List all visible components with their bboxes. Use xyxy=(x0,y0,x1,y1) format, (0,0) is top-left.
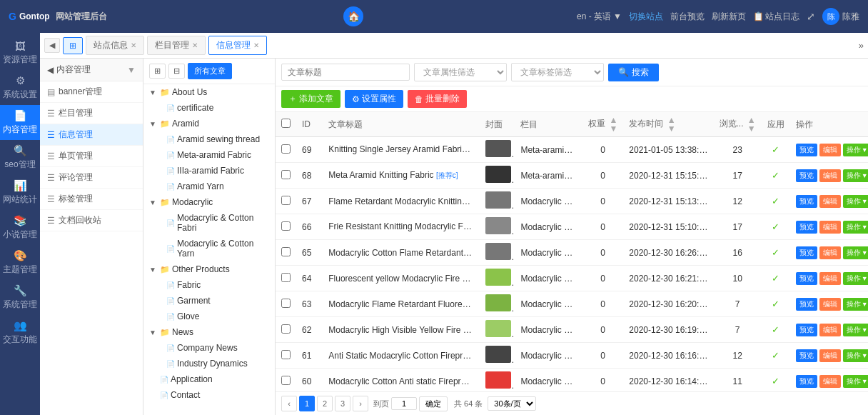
tab-site-info-close[interactable]: ✕ xyxy=(131,41,136,49)
tab-site-info[interactable]: 站点信息 ✕ xyxy=(86,36,144,55)
set-attr-btn[interactable]: ⚙ 设置属性 xyxy=(345,90,403,108)
nav-item-tags[interactable]: ☰ 标签管理 xyxy=(40,189,143,210)
nav-item-column[interactable]: ☰ 栏目管理 xyxy=(40,103,143,124)
article-title-search[interactable] xyxy=(281,64,410,81)
edit-btn[interactable]: 编辑 xyxy=(819,349,841,362)
preview-btn[interactable]: 前台预览 xyxy=(670,11,705,23)
prev-page-btn[interactable]: ‹ xyxy=(281,396,297,411)
preview-btn[interactable]: 预览 xyxy=(796,221,817,234)
preview-btn[interactable]: 预览 xyxy=(796,349,817,362)
row-checkbox[interactable] xyxy=(281,350,291,359)
tab-column-mgmt-close[interactable]: ✕ xyxy=(192,41,198,49)
row-checkbox[interactable] xyxy=(281,144,291,154)
edit-btn[interactable]: 编辑 xyxy=(819,375,841,388)
tree-item-modacrylic-cotton-yarn[interactable]: 📄 Modacrylic & Cotton Yarn xyxy=(143,236,275,261)
switch-site-btn[interactable]: 切换站点 xyxy=(629,11,663,23)
tree-item-news[interactable]: ▼ 📁 News xyxy=(143,324,275,340)
nav-home-btn[interactable]: ⊞ xyxy=(63,37,83,54)
edit-btn[interactable]: 编辑 xyxy=(819,195,841,208)
add-article-btn[interactable]: ＋ 添加文章 xyxy=(281,90,340,108)
goto-page-input[interactable] xyxy=(391,397,417,410)
edit-btn[interactable]: 编辑 xyxy=(819,272,841,285)
more-btn[interactable]: 操作▼ xyxy=(843,272,868,285)
home-icon[interactable]: 🏠 xyxy=(343,6,363,26)
more-btn[interactable]: 操作▼ xyxy=(843,246,868,259)
row-checkbox[interactable] xyxy=(281,196,291,205)
more-btn[interactable]: 操作▼ xyxy=(843,324,868,336)
more-btn[interactable]: 操作▼ xyxy=(843,169,868,182)
tree-item-industry-dynamics[interactable]: 📄 Industry Dynamics xyxy=(143,356,275,371)
refresh-btn[interactable]: 刷新新页 xyxy=(712,11,746,23)
tree-item-about-us[interactable]: ▼ 📁 About Us xyxy=(143,84,275,100)
tree-item-glove[interactable]: 📄 Glove xyxy=(143,309,275,324)
row-checkbox[interactable] xyxy=(281,221,291,231)
avatar[interactable]: 陈 陈雅 xyxy=(822,8,859,25)
page-3-btn[interactable]: 3 xyxy=(335,396,350,411)
tree-item-modacrylic-cotton-fabri[interactable]: 📄 Modacrylic & Cotton Fabri xyxy=(143,210,275,236)
tab-column-mgmt[interactable]: 栏目管理 ✕ xyxy=(147,36,206,55)
edit-btn[interactable]: 编辑 xyxy=(819,221,841,234)
edit-btn[interactable]: 编辑 xyxy=(819,298,841,311)
row-checkbox[interactable] xyxy=(281,170,291,179)
preview-btn[interactable]: 预览 xyxy=(796,324,817,336)
tree-item-modacrylic[interactable]: ▼ 📁 Modacrylic xyxy=(143,194,275,210)
left-nav-toggle[interactable]: ▼ xyxy=(127,65,136,75)
batch-delete-btn[interactable]: 🗑 批量删除 xyxy=(408,90,467,108)
row-checkbox[interactable] xyxy=(281,273,291,282)
tree-item-garment[interactable]: 📄 Garment xyxy=(143,293,275,309)
expand-all-btn[interactable]: ⊞ xyxy=(149,64,166,79)
tree-item-aramid-sewing[interactable]: 📄 Aramid sewing thread xyxy=(143,131,275,147)
tabs-more-btn[interactable]: » xyxy=(859,40,864,51)
sidebar-item-content[interactable]: 📄 内容管理 xyxy=(0,105,40,140)
preview-btn[interactable]: 预览 xyxy=(796,169,817,182)
tree-item-application[interactable]: 📄 Application xyxy=(143,371,275,387)
edit-btn[interactable]: 编辑 xyxy=(819,169,841,182)
sidebar-item-stats[interactable]: 📊 网站统计 xyxy=(0,175,40,210)
sidebar-item-novel[interactable]: 📚 小说管理 xyxy=(0,210,40,245)
preview-btn[interactable]: 预览 xyxy=(796,272,817,285)
goto-page-confirm[interactable]: 确定 xyxy=(419,396,448,411)
more-btn[interactable]: 操作▼ xyxy=(843,375,868,388)
lang-selector[interactable]: en - 英语 ▼ xyxy=(577,11,622,23)
log-btn[interactable]: 📋 站点日志 xyxy=(753,11,799,23)
tree-item-aramid[interactable]: ▼ 📁 Aramid xyxy=(143,116,275,131)
preview-btn[interactable]: 预览 xyxy=(796,375,817,388)
row-checkbox[interactable] xyxy=(281,324,291,334)
more-btn[interactable]: 操作▼ xyxy=(843,195,868,208)
more-btn[interactable]: 操作▼ xyxy=(843,349,868,362)
tree-item-aramid-yarn[interactable]: 📄 Aramid Yarn xyxy=(143,179,275,194)
tree-item-other-products[interactable]: ▼ 📁 Other Products xyxy=(143,261,275,277)
nav-item-comment[interactable]: ☰ 评论管理 xyxy=(40,167,143,189)
nav-item-info[interactable]: ☰ 信息管理 xyxy=(40,124,143,146)
page-size-select[interactable]: 30条/页 xyxy=(488,396,536,411)
tab-info-mgmt[interactable]: 信息管理 ✕ xyxy=(208,36,267,55)
tab-info-mgmt-close[interactable]: ✕ xyxy=(253,41,259,49)
collapse-tabs-btn[interactable]: ◀ xyxy=(44,38,60,53)
edit-btn[interactable]: 编辑 xyxy=(819,246,841,259)
preview-btn[interactable]: 预览 xyxy=(796,144,817,156)
nav-item-single-page[interactable]: ☰ 单页管理 xyxy=(40,146,143,167)
article-attr-filter[interactable]: 文章属性筛选 xyxy=(414,63,507,81)
sidebar-item-system-settings[interactable]: ⚙ 系统设置 xyxy=(0,70,40,105)
more-btn[interactable]: 操作▼ xyxy=(843,221,868,234)
sidebar-item-interact[interactable]: 👥 交互功能 xyxy=(0,315,40,350)
nav-item-recycle[interactable]: ☰ 文档回收站 xyxy=(40,210,143,231)
row-checkbox[interactable] xyxy=(281,299,291,308)
page-1-btn[interactable]: 1 xyxy=(299,396,315,411)
edit-btn[interactable]: 编辑 xyxy=(819,144,841,156)
row-checkbox[interactable] xyxy=(281,247,291,256)
sidebar-item-seo[interactable]: 🔍 seo管理 xyxy=(0,140,40,175)
tree-item-meta-aramid-fabric[interactable]: 📄 Meta-aramid Fabric xyxy=(143,147,275,163)
sidebar-item-theme[interactable]: 🎨 主题管理 xyxy=(0,245,40,280)
page-2-btn[interactable]: 2 xyxy=(317,396,333,411)
next-page-btn[interactable]: › xyxy=(353,396,368,411)
nav-item-banner[interactable]: ▤ banner管理 xyxy=(40,81,143,103)
sidebar-item-resources[interactable]: 🖼 资源管理 xyxy=(0,36,40,70)
tree-item-fabric[interactable]: 📄 Fabric xyxy=(143,277,275,293)
article-tag-filter[interactable]: 文章标签筛选 xyxy=(511,63,604,81)
more-btn[interactable]: 操作▼ xyxy=(843,144,868,156)
sidebar-item-sys-admin[interactable]: 🔧 系统管理 xyxy=(0,280,40,315)
search-btn[interactable]: 🔍 搜索 xyxy=(608,64,659,81)
tree-item-contact[interactable]: 📄 Contact xyxy=(143,387,275,403)
tree-item-certificate[interactable]: 📄 certificate xyxy=(143,100,275,116)
